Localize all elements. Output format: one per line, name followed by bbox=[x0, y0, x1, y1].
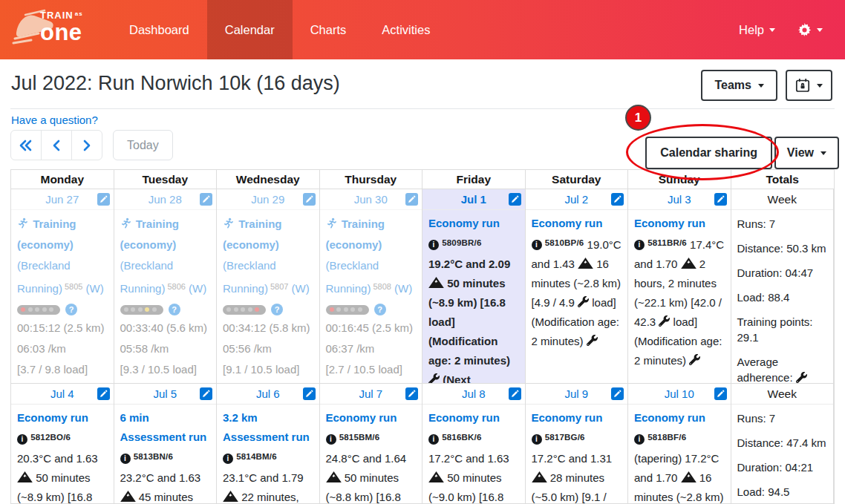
workout-suffix-link[interactable]: (W) bbox=[82, 282, 103, 295]
calendar-day-cell: Jul 9Economy runi 5817BG/6 17.2°C and 1.… bbox=[526, 384, 629, 504]
help-question-icon[interactable]: ? bbox=[65, 304, 77, 315]
workout-suffix-link[interactable]: (W) bbox=[288, 282, 309, 295]
day-header-monday: Monday bbox=[11, 170, 114, 189]
date-link[interactable]: Jun 29 bbox=[251, 193, 284, 206]
date-link[interactable]: Jul 1 bbox=[461, 193, 486, 206]
workout-suffix-link[interactable]: (W) bbox=[186, 282, 206, 295]
pencil-icon bbox=[99, 195, 108, 203]
week-label: Week bbox=[768, 387, 797, 400]
info-icon[interactable]: i bbox=[532, 434, 542, 445]
edit-icon[interactable] bbox=[611, 387, 624, 400]
activity-number: 5805 bbox=[62, 282, 83, 291]
adherence-row: ? bbox=[326, 304, 417, 315]
edit-icon[interactable] bbox=[97, 387, 110, 400]
workout-description: Economy runi 5816BK/6 17.2°C and 1.63 50… bbox=[428, 408, 519, 504]
teams-dropdown-button[interactable]: Teams bbox=[701, 70, 777, 101]
info-icon[interactable]: i bbox=[223, 454, 233, 464]
calendar-sharing-button[interactable]: Calendar sharing bbox=[645, 137, 772, 169]
info-icon[interactable]: i bbox=[634, 240, 645, 250]
date-link[interactable]: Jul 6 bbox=[256, 387, 280, 400]
date-bar: Jul 1 bbox=[422, 189, 525, 210]
edit-icon[interactable] bbox=[303, 387, 316, 400]
adherence-dot-gray bbox=[49, 307, 53, 312]
help-question-icon[interactable]: ? bbox=[271, 304, 283, 315]
workout-link[interactable]: Economy run bbox=[532, 217, 603, 229]
help-label: Help bbox=[739, 23, 764, 37]
nav-item-activities[interactable]: Activities bbox=[364, 0, 448, 59]
info-icon[interactable]: i bbox=[428, 434, 439, 445]
calendar-privacy-dropdown-button[interactable] bbox=[786, 70, 832, 101]
info-icon[interactable]: i bbox=[532, 240, 542, 250]
info-icon[interactable]: i bbox=[634, 434, 645, 445]
mountain-icon bbox=[428, 471, 444, 482]
have-a-question-link[interactable]: Have a question? bbox=[11, 114, 98, 126]
help-menu[interactable]: Help bbox=[739, 23, 775, 37]
wrench-icon bbox=[428, 373, 440, 384]
info-icon[interactable]: i bbox=[120, 454, 131, 464]
edit-icon[interactable] bbox=[405, 193, 418, 206]
next-week-button[interactable] bbox=[71, 130, 102, 160]
date-link[interactable]: Jul 10 bbox=[665, 387, 694, 400]
workout-link[interactable]: 6 min Assessment run bbox=[120, 411, 207, 443]
nav-item-dashboard[interactable]: Dashboard bbox=[111, 0, 207, 59]
date-link[interactable]: Jul 7 bbox=[359, 387, 382, 400]
date-link[interactable]: Jul 4 bbox=[50, 387, 74, 400]
activity-number: 5808 bbox=[371, 282, 391, 291]
workout-link[interactable]: Economy run bbox=[634, 217, 705, 229]
edit-icon[interactable] bbox=[303, 193, 316, 206]
help-question-icon[interactable]: ? bbox=[374, 304, 386, 315]
brand-logo[interactable]: TRAINas one bbox=[9, 0, 104, 59]
edit-icon[interactable] bbox=[714, 193, 727, 206]
edit-icon[interactable] bbox=[509, 387, 521, 400]
today-button[interactable]: Today bbox=[113, 130, 173, 160]
workout-link[interactable]: Economy run bbox=[428, 411, 500, 424]
nav-item-calendar[interactable]: Calendar bbox=[207, 0, 293, 59]
workout-description: Economy runi 5811BR/6 17.4°C and 1.70 2 … bbox=[634, 214, 725, 370]
edit-icon[interactable] bbox=[200, 193, 212, 206]
edit-icon[interactable] bbox=[200, 387, 212, 400]
calendar-day-cell: Jun 29 Training (economy) (Breckland Run… bbox=[217, 189, 320, 384]
date-bar: Jul 8 bbox=[422, 384, 525, 405]
settings-menu[interactable] bbox=[797, 23, 823, 37]
date-link[interactable]: Jul 9 bbox=[564, 387, 588, 400]
edit-icon[interactable] bbox=[97, 193, 110, 206]
adherence-dot-gray bbox=[350, 307, 355, 312]
workout-suffix-link[interactable]: (W) bbox=[391, 282, 412, 295]
date-link[interactable]: Jun 27 bbox=[45, 193, 79, 206]
edit-icon[interactable] bbox=[611, 193, 624, 206]
workout-link[interactable]: Economy run bbox=[17, 411, 88, 424]
view-dropdown-button[interactable]: View bbox=[774, 137, 839, 169]
adherence-dot-gray bbox=[358, 307, 362, 312]
mountain-icon bbox=[681, 258, 696, 269]
date-link[interactable]: Jul 5 bbox=[153, 387, 177, 400]
info-icon[interactable]: i bbox=[17, 434, 27, 445]
edit-icon[interactable] bbox=[714, 387, 727, 400]
workout-link[interactable]: Economy run bbox=[634, 411, 705, 424]
date-link[interactable]: Jun 28 bbox=[149, 193, 182, 206]
info-icon[interactable]: i bbox=[326, 434, 336, 445]
day-cell-content: Economy runi 5815BM/6 24.8°C and 1.64 50… bbox=[320, 405, 422, 504]
totals-line: Runs: 7 bbox=[737, 216, 828, 232]
calendar-lock-icon bbox=[795, 78, 810, 93]
nav-item-charts[interactable]: Charts bbox=[293, 0, 365, 59]
day-cell-content: 6 min Assessment run i 5813BN/6 23.2°C a… bbox=[114, 405, 217, 504]
help-question-icon[interactable]: ? bbox=[169, 304, 180, 315]
info-icon[interactable]: i bbox=[428, 240, 439, 250]
date-link[interactable]: Jun 30 bbox=[354, 193, 388, 206]
nav-right: Help bbox=[739, 0, 845, 59]
workout-link[interactable]: Economy run bbox=[428, 217, 500, 229]
calendar-day-cell: Jul 4Economy runi 5812BO/6 20.3°C and 1.… bbox=[11, 384, 114, 504]
date-link[interactable]: Jul 8 bbox=[462, 387, 486, 400]
edit-icon[interactable] bbox=[405, 387, 418, 400]
date-bar: Jun 29 bbox=[217, 189, 319, 210]
workout-link[interactable]: Economy run bbox=[532, 411, 603, 424]
workout-link[interactable]: 3.2 km Assessment run bbox=[223, 411, 310, 443]
date-link[interactable]: Jul 2 bbox=[564, 193, 588, 206]
title-divider bbox=[10, 108, 835, 109]
edit-icon[interactable] bbox=[509, 193, 521, 206]
prev-month-button[interactable] bbox=[10, 130, 42, 160]
date-link[interactable]: Jul 3 bbox=[668, 193, 691, 206]
adherence-dot-gray bbox=[234, 307, 238, 312]
workout-link[interactable]: Economy run bbox=[326, 411, 397, 424]
prev-week-button[interactable] bbox=[41, 130, 72, 160]
